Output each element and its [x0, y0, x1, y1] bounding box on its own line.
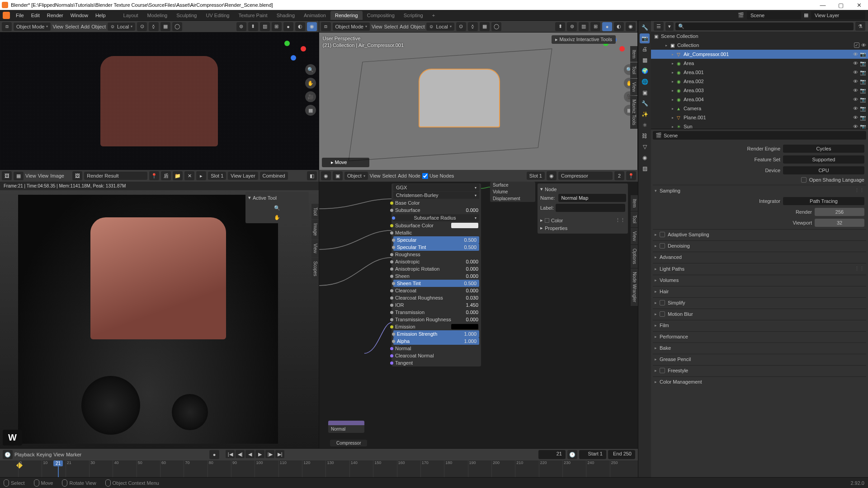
panel-motion-blur[interactable]: ▸Motion Blur [653, 309, 866, 319]
image-name-field[interactable]: Render Result [84, 172, 147, 180]
bsdf-anisotropic[interactable]: Anisotropic0.000 [392, 258, 481, 265]
bsdf-transmission-roughness[interactable]: Transmission Roughness0.000 [392, 316, 481, 323]
workspace-tab-sculpting[interactable]: Sculpting [172, 11, 201, 20]
bsdf-emission[interactable]: Emission [392, 323, 481, 330]
outliner-scene-collection[interactable]: ▣Scene Collection [651, 32, 868, 41]
outliner-item[interactable]: ▸◉Area.002👁📷 [651, 77, 868, 86]
xray-icon[interactable]: ▥ [579, 22, 589, 31]
img-menu-view2[interactable]: View [38, 173, 49, 178]
editor-type-icon[interactable]: 🖼 [2, 171, 12, 180]
sampling-section[interactable]: ▾Sampling⋮⋮ [653, 185, 866, 196]
bsdf-base-color[interactable]: Base Color [392, 199, 481, 206]
node-menu-view[interactable]: View [370, 173, 381, 178]
play-reverse-icon[interactable]: ◀ [245, 450, 255, 458]
tab-tool-icon[interactable]: 🔧 [640, 23, 650, 33]
shader-type-icon[interactable]: ▣ [333, 171, 343, 180]
operator-toast[interactable]: ▸ Move [322, 158, 370, 167]
snap-icon[interactable]: ⧲ [149, 22, 159, 31]
mode-select[interactable]: Object Mode▾ [14, 23, 51, 31]
tab-material-icon[interactable]: ◉ [640, 153, 650, 163]
principled-bsdf-node[interactable]: GGX▾Christensen-Burley▾Base ColorSubsurf… [392, 183, 481, 366]
bsdf-alpha[interactable]: Alpha1.000 [393, 338, 479, 345]
axis-y-icon[interactable] [284, 41, 290, 46]
sidetab-item[interactable]: Item [630, 46, 637, 62]
sidetab-view[interactable]: View [311, 240, 319, 257]
orientation-select[interactable]: ⛭ Local▾ [426, 23, 454, 31]
bsdf-sheen-tint[interactable]: Sheen Tint0.500 [393, 280, 479, 287]
bsdf-subsurface-radius[interactable]: Subsurface Radius▾ [393, 214, 479, 221]
bsdf-specular-tint[interactable]: Specular Tint0.500 [393, 244, 479, 251]
sidetab-tool[interactable]: Tool [631, 211, 638, 227]
sidetab-image[interactable]: Image [311, 220, 319, 239]
tl-menu-keying[interactable]: Keying [37, 452, 52, 457]
tab-scene-icon[interactable]: 🌍 [640, 66, 650, 76]
shader-editor[interactable]: ◉ ▣ Object▾ View Select Add Node Use Nod… [319, 170, 638, 448]
panel-film[interactable]: ▸Film [653, 320, 866, 330]
node-menu-select[interactable]: Select [382, 173, 396, 178]
outliner-item[interactable]: ▸◉Area👁📷 [651, 59, 868, 68]
tl-menu-marker[interactable]: Marker [66, 452, 81, 457]
viewlayer-selector[interactable]: View Layer [811, 11, 865, 19]
tool-hand-icon[interactable]: ✋ [274, 215, 280, 221]
snap-type-icon[interactable]: ▦ [480, 22, 490, 31]
close-button[interactable]: ✕ [850, 0, 868, 10]
sidetab-options[interactable]: Options [631, 245, 638, 267]
panel-hair[interactable]: ▸Hair [653, 286, 866, 296]
pin-icon[interactable]: 📍 [149, 171, 159, 180]
tl-menu-playback[interactable]: Playback [14, 452, 35, 457]
sidetab-maxivz-tools[interactable]: Maxivz Tools [630, 96, 637, 129]
sidetab-view[interactable]: View [631, 228, 638, 245]
bsdf-subsurface-color[interactable]: Subsurface Color [392, 222, 481, 229]
bsdf-roughness[interactable]: Roughness [392, 251, 481, 258]
shading-solid-icon[interactable]: ● [283, 22, 293, 31]
bsdf-clearcoat-roughness[interactable]: Clearcoat Roughness0.030 [392, 294, 481, 301]
outliner-item[interactable]: ▸◉Area.003👁📷 [651, 86, 868, 95]
node-label-input[interactable] [556, 204, 625, 212]
autokey-icon[interactable]: ● [209, 450, 219, 459]
node-menu-node[interactable]: Node [409, 173, 420, 178]
bsdf-sheen[interactable]: Sheen0.000 [392, 272, 481, 280]
workspace-tab-compositing[interactable]: Compositing [363, 11, 399, 20]
shading-rendered-icon[interactable]: ◉ [626, 22, 636, 31]
panel-light-paths[interactable]: ▸Light Paths⋮⋮ [653, 263, 866, 274]
tab-render-icon[interactable]: 📷 [640, 33, 650, 43]
shading-matprev-icon[interactable]: ◐ [295, 22, 305, 31]
editor-type-icon[interactable]: ☰ [654, 22, 664, 31]
filter-icon[interactable]: ⚗ [855, 22, 865, 31]
image-editor[interactable]: 🖼 ▦ View View Image 🖼 Render Result 📍 盾 … [0, 170, 319, 448]
editor-type-icon[interactable]: ⧈ [2, 22, 12, 31]
axis-z-icon[interactable] [291, 55, 296, 61]
viewport-solid[interactable]: ⧈ Object Mode▾ View Select Add Object ⛭ … [319, 21, 638, 170]
panel-bake[interactable]: ▸Bake [653, 343, 866, 353]
menu-window[interactable]: Window [67, 11, 91, 19]
osl-checkbox[interactable] [801, 177, 807, 183]
workspace-tab-layout[interactable]: Layout [119, 11, 143, 20]
bsdf-specular[interactable]: Specular0.500 [393, 236, 479, 244]
vp-menu-object[interactable]: Object [91, 24, 106, 29]
outliner[interactable]: ☰ ▾ 🔍 ⚗ ▣Scene Collection▸▣Collection👁▸▽… [651, 21, 868, 129]
editor-type-icon[interactable]: 🕐 [3, 450, 13, 459]
sidetab-view[interactable]: View [630, 79, 637, 96]
outliner-mode[interactable]: ▾ [665, 22, 674, 31]
color-section[interactable]: Color [551, 218, 563, 223]
panel-volumes[interactable]: ▸Volumes [653, 275, 866, 285]
workspace-tab-scripting[interactable]: Scripting [399, 11, 428, 20]
keyframe-prev-icon[interactable]: ◀| [236, 450, 245, 458]
overlay-toggle[interactable]: ⊚ [567, 22, 577, 31]
frame-link-icon[interactable]: 🕐 [567, 450, 577, 459]
panel-simplify[interactable]: ▸Simplify [653, 297, 866, 308]
bsdf-emission-strength[interactable]: Emission Strength1.000 [393, 330, 479, 338]
channels-icon[interactable]: ◧ [307, 171, 317, 180]
integrator-select[interactable]: Path Tracing [783, 197, 864, 205]
bsdf-clearcoat[interactable]: Clearcoat0.000 [392, 287, 481, 294]
workspace-tab-animation[interactable]: Animation [299, 11, 330, 20]
bsdf-subsurface[interactable]: Subsurface0.000 [392, 206, 481, 214]
properties-section[interactable]: Properties [545, 225, 567, 231]
tl-menu-view[interactable]: View [53, 452, 64, 457]
workspace-tab-modeling[interactable]: Modeling [143, 11, 172, 20]
addon-panel-header[interactable]: ▸ Maxivz Interactive Tools [552, 35, 616, 44]
menu-help[interactable]: Help [92, 11, 109, 19]
minimize-button[interactable]: — [814, 0, 832, 10]
viewport-rendered[interactable]: ⧈ Object Mode▾ View Select Add Object ⛭ … [0, 21, 319, 170]
device-select[interactable]: CPU [783, 166, 864, 174]
